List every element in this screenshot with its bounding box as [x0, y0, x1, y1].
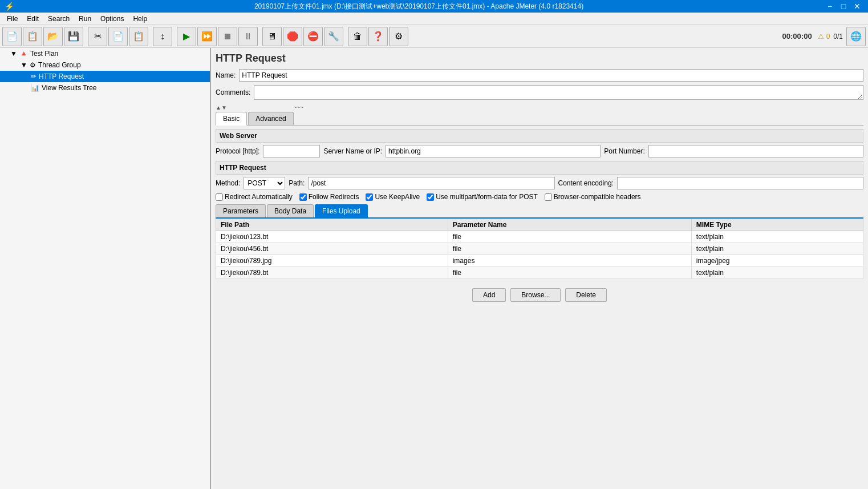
tab-advanced[interactable]: Advanced [248, 112, 293, 125]
table-row[interactable]: D:\jiekou\789.bt file text/plain [216, 267, 863, 279]
remote-shutdown-button[interactable]: ⛔ [303, 27, 323, 46]
shutdown-button[interactable]: ⏸ [238, 27, 258, 46]
results-tree-icon: 📊 [31, 84, 39, 92]
use-multipart-checkbox[interactable]: Use multipart/form-data for POST [427, 193, 538, 201]
open-button[interactable]: 📂 [43, 27, 63, 46]
open-icon: 📂 [47, 31, 59, 42]
use-multipart-input[interactable] [427, 193, 434, 201]
tree-item-thread-group[interactable]: ▼ ⚙ Thread Group [0, 59, 210, 71]
main-tab-bar: Basic Advanced [216, 112, 863, 126]
remote-start-button[interactable]: 🖥 [262, 27, 282, 46]
path-input[interactable] [308, 177, 554, 189]
stop-button[interactable]: ⏹ [218, 27, 237, 46]
cut-button[interactable]: ✂ [88, 27, 107, 46]
save-button[interactable]: 💾 [64, 27, 83, 46]
server-input[interactable] [386, 145, 601, 157]
use-keepalive-checkbox[interactable]: Use KeepAlive [366, 193, 420, 201]
cell-mime-type: text/plain [691, 231, 863, 243]
browser-headers-label: Browser-compatible headers [554, 193, 641, 201]
redirect-auto-input[interactable] [216, 193, 223, 201]
start-no-pause-button[interactable]: ⏩ [197, 27, 217, 46]
add-button[interactable]: Add [472, 288, 506, 302]
menu-item-run[interactable]: Run [74, 14, 96, 24]
tab-body-data[interactable]: Body Data [267, 204, 314, 217]
tab-parameters[interactable]: Parameters [216, 204, 266, 217]
redirect-auto-label: Redirect Automatically [225, 193, 293, 201]
close-button[interactable]: ✕ [851, 0, 863, 13]
http-request-section: HTTP Request [216, 161, 863, 175]
content-panel: HTTP Request Name: Comments: ▲▼ ~~~ Basi… [211, 48, 868, 489]
name-label: Name: [216, 71, 236, 79]
start-button[interactable]: ▶ [177, 27, 196, 46]
collapse-arrows: ▲▼ ~~~ [216, 103, 863, 112]
encoding-input[interactable] [617, 177, 863, 189]
help-button[interactable]: ❓ [368, 27, 388, 46]
menu-item-file[interactable]: File [2, 14, 22, 24]
use-keepalive-input[interactable] [366, 193, 373, 201]
tree-item-http-request[interactable]: ✏ HTTP Request [0, 71, 210, 82]
cell-mime-type: image/jpeg [691, 255, 863, 267]
settings-button[interactable]: ⚙ [389, 27, 408, 46]
use-keepalive-label: Use KeepAlive [375, 193, 420, 201]
method-select[interactable]: POST GET PUT DELETE PATCH [244, 177, 285, 189]
name-row: Name: [216, 69, 863, 82]
browse-button[interactable]: Browse... [510, 288, 561, 302]
encoding-label: Content encoding: [558, 179, 614, 187]
tree-item-view-results-tree[interactable]: 📊 View Results Tree [0, 82, 210, 94]
files-upload-table: File Path Parameter Name MIME Type D:\ji… [216, 219, 863, 279]
menu-item-search[interactable]: Search [43, 14, 74, 24]
table-row[interactable]: D:\jiekou\123.bt file text/plain [216, 231, 863, 243]
maximize-button[interactable]: □ [837, 0, 850, 13]
server-row: Protocol [http]: Server Name or IP: Port… [216, 145, 863, 157]
col-file-path: File Path [216, 219, 448, 231]
paste-button[interactable]: 📋 [129, 27, 148, 46]
save-icon: 💾 [68, 31, 79, 42]
templates-button[interactable]: 📋 [23, 27, 42, 46]
thread-group-icon: ⚙ [30, 61, 36, 69]
tree-label: View Results Tree [42, 84, 97, 92]
delete-button[interactable]: Delete [565, 288, 607, 302]
globe-button[interactable]: 🌐 [846, 27, 866, 46]
redirect-auto-checkbox[interactable]: Redirect Automatically [216, 193, 293, 201]
tree-label: Test Plan [30, 50, 58, 58]
menu-item-options[interactable]: Options [96, 14, 128, 24]
remote-deploy-icon: 🔧 [328, 31, 339, 42]
table-row[interactable]: D:\jiekou\789.jpg images image/jpeg [216, 255, 863, 267]
settings-icon: ⚙ [395, 31, 403, 42]
table-row[interactable]: D:\jiekou\456.bt file text/plain [216, 243, 863, 255]
follow-redirects-checkbox[interactable]: Follow Redirects [299, 193, 359, 201]
warning-display: ⚠ 0 [818, 33, 830, 41]
menu-item-help[interactable]: Help [128, 14, 152, 24]
protocol-label: Protocol [http]: [216, 147, 259, 155]
ratio-display: 0/1 [831, 33, 845, 41]
protocol-input[interactable] [263, 145, 320, 157]
cell-param-name: file [448, 267, 691, 279]
inner-tab-bar: Parameters Body Data Files Upload [216, 204, 863, 219]
expand-button[interactable]: ↕ [153, 27, 172, 46]
start-no-pause-icon: ⏩ [201, 31, 213, 42]
follow-redirects-input[interactable] [299, 193, 307, 201]
remote-deploy-button[interactable]: 🔧 [324, 27, 343, 46]
col-param-name: Parameter Name [448, 219, 691, 231]
web-server-section: Web Server [216, 129, 863, 143]
menu-item-edit[interactable]: Edit [22, 14, 43, 24]
tree-label: Thread Group [38, 61, 81, 69]
copy-button[interactable]: 📄 [108, 27, 128, 46]
main-layout: ▼ 🔺 Test Plan ▼ ⚙ Thread Group ✏ HTTP Re… [0, 48, 868, 489]
browser-headers-checkbox[interactable]: Browser-compatible headers [545, 193, 641, 201]
expand-arrow-icon: ▼ [10, 50, 17, 58]
remote-stop-button[interactable]: 🛑 [283, 27, 302, 46]
new-button[interactable]: 📄 [2, 27, 22, 46]
browser-headers-input[interactable] [545, 193, 552, 201]
clear-button[interactable]: 🗑 [348, 27, 367, 46]
cell-file-path: D:\jiekou\789.jpg [216, 255, 448, 267]
minimize-button[interactable]: − [824, 0, 836, 13]
tab-files-upload[interactable]: Files Upload [315, 204, 368, 217]
comments-input[interactable] [254, 85, 863, 100]
clear-icon: 🗑 [353, 31, 362, 42]
name-input[interactable] [239, 69, 863, 82]
port-input[interactable] [648, 145, 863, 157]
tree-item-test-plan[interactable]: ▼ 🔺 Test Plan [0, 48, 210, 59]
cell-file-path: D:\jiekou\123.bt [216, 231, 448, 243]
tab-basic[interactable]: Basic [216, 112, 247, 126]
